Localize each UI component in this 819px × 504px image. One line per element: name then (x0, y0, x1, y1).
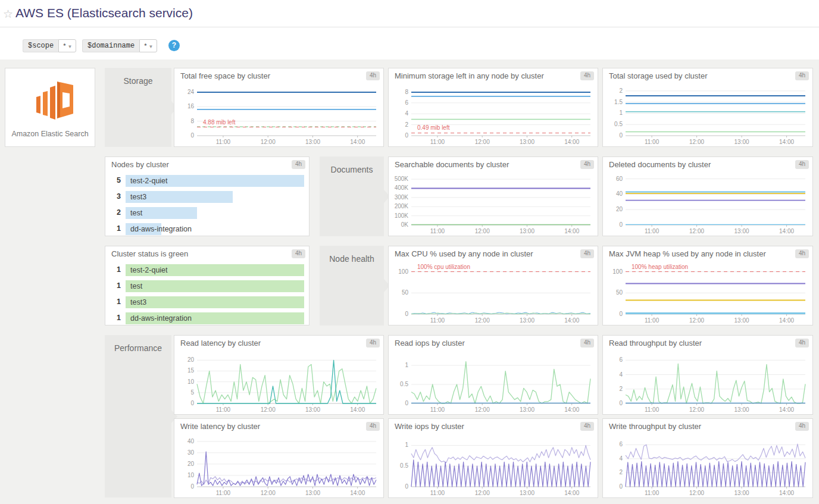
widget-amazon-elasticsearch-logo[interactable]: Amazon Elastic Search (5, 68, 95, 147)
x-axis-tick-label: 11:00 (216, 139, 231, 145)
x-axis-tick-label: 13:00 (305, 406, 320, 413)
y-axis-tick-label: 0 (619, 221, 623, 228)
y-axis-tick-label: 4 (619, 371, 623, 378)
x-axis-tick-label: 12:00 (475, 490, 490, 496)
widget-deleted-documents[interactable]: Deleted documents by cluster4h 020406011… (602, 156, 813, 236)
toplist-bar (126, 280, 304, 292)
chevron-down-icon: ▼ (68, 44, 73, 49)
threshold-marker-label: 100% heap utilization (632, 264, 688, 270)
x-axis-tick-label: 11:00 (645, 139, 659, 145)
y-axis-tick-label: 6 (619, 441, 623, 447)
series-line (411, 445, 590, 462)
chart-plot-area: 024611:0012:0013:0014:00 (603, 434, 812, 497)
toplist-rows: 5test-2-quiet3test32test1dd-aws-integrat… (111, 175, 304, 233)
group-label-text: Performance (105, 343, 171, 353)
widget-write-throughput[interactable]: Write throughput by cluster4h 024611:001… (602, 418, 813, 498)
chart-plot-area: 0510152011:0012:0013:0014:00 (174, 351, 383, 414)
toplist-bar-track: dd-aws-integration (126, 312, 304, 324)
widget-total-free-space[interactable]: Total free space by cluster4h 08162411:0… (174, 68, 384, 147)
timeframe-badge: 4h (366, 71, 380, 80)
widget-max-jvm-heap[interactable]: Max JVM heap % used by any node in clust… (602, 246, 813, 325)
widget-cluster-status-green[interactable]: Cluster status is green4h 1test-2-quiet1… (105, 246, 310, 325)
y-axis-tick-label: 40 (187, 438, 195, 444)
toplist-row: 2test (111, 207, 304, 219)
x-axis-tick-label: 11:00 (645, 490, 659, 496)
x-axis-tick-label: 14:00 (564, 406, 579, 413)
help-icon[interactable]: ? (168, 40, 180, 51)
y-axis-tick-label: 0 (405, 400, 408, 406)
y-axis-tick-label: 2 (619, 386, 623, 392)
y-axis-tick-label: 6 (405, 99, 408, 106)
y-axis-tick-label: 16 (187, 103, 195, 109)
timeframe-badge: 4h (795, 422, 809, 431)
widget-max-cpu[interactable]: Max CPU % used by any node in cluster4h … (388, 246, 598, 325)
toplist-bar-track: test-2-quiet (126, 264, 304, 276)
widget-title: Cluster status is green4h (105, 246, 309, 262)
y-axis-tick-label: 0 (405, 132, 408, 139)
y-axis-tick-label: 1.5 (614, 99, 623, 105)
widget-read-iops[interactable]: Read iops by cluster4h 00.5111:0012:0013… (388, 335, 598, 415)
toplist-value: 1 (111, 281, 121, 290)
widget-title: Max CPU % used by any node in cluster4h (389, 246, 598, 262)
widget-total-storage-used[interactable]: Total storage used by cluster4h 00.511.5… (602, 68, 813, 147)
y-axis-tick-label: 50 (616, 289, 623, 296)
series-line (411, 362, 590, 403)
favorite-star-icon[interactable]: ☆ (3, 7, 13, 21)
y-axis-tick-label: 0 (190, 400, 194, 406)
y-axis-tick-label: 50 (402, 289, 409, 296)
y-axis-tick-label: 10 (187, 378, 195, 385)
toplist-row: 3test3 (111, 191, 304, 203)
timeframe-badge: 4h (795, 71, 809, 80)
y-axis-tick-label: 0 (619, 311, 623, 317)
toplist-label: test (130, 282, 142, 290)
toplist-bar-track: dd-aws-integration (126, 223, 304, 235)
y-axis-tick-label: 0 (405, 483, 408, 490)
widget-minimum-storage-left[interactable]: Minimum storage left in any node by clus… (388, 68, 598, 147)
variable-name-label: $scope (23, 39, 58, 52)
x-axis-tick-label: 13:00 (734, 228, 749, 234)
dashboard-header: ☆ AWS ES (Elasticsearch service) (0, 0, 819, 27)
toplist-row: 1dd-aws-integration (111, 312, 304, 324)
timeframe-badge: 4h (292, 160, 305, 169)
x-axis-tick-label: 12:00 (689, 228, 704, 234)
widget-title: Write throughput by cluster4h (603, 419, 812, 434)
y-axis-tick-label: 2 (405, 121, 408, 128)
x-axis-tick-label: 13:00 (520, 406, 534, 413)
x-axis-tick-label: 13:00 (305, 490, 320, 496)
toplist-bar-track: test-2-quiet (126, 175, 304, 187)
threshold-marker-label: 0.49 mib left (417, 124, 450, 131)
y-axis-tick-label: 2 (619, 87, 623, 94)
chart-plot-area: 0246811:0012:0013:0014:000.49 mib left (389, 84, 598, 146)
widget-read-latency[interactable]: Read latency by cluster4h 0510152011:001… (174, 335, 384, 415)
variable-scope-dropdown[interactable]: *▼ (58, 39, 76, 52)
variable-domainname-dropdown[interactable]: *▼ (139, 39, 157, 52)
widget-nodes-by-cluster[interactable]: Nodes by cluster4h 5test-2-quiet3test32t… (105, 156, 310, 236)
x-axis-tick-label: 13:00 (520, 317, 534, 324)
toplist-bar-track: test (126, 280, 304, 292)
x-axis-tick-label: 12:00 (475, 406, 490, 413)
toplist-label: test (130, 209, 142, 217)
x-axis-tick-label: 11:00 (645, 317, 659, 324)
x-axis-tick-label: 14:00 (564, 317, 579, 324)
timeframe-badge: 4h (366, 339, 380, 348)
widget-read-throughput[interactable]: Read throughput by cluster4h 024611:0012… (602, 335, 813, 415)
x-axis-tick-label: 12:00 (475, 228, 490, 234)
y-axis-tick-label: 0K (401, 221, 409, 228)
y-axis-tick-label: 0.5 (400, 462, 408, 469)
widget-write-latency[interactable]: Write latency by cluster4h 01020304011:0… (174, 418, 384, 498)
group-label-text: Node health (320, 254, 384, 264)
template-variable-domainname: $domainname *▼ (82, 39, 157, 52)
chart-plot-area: 01020304011:0012:0013:0014:00 (174, 434, 383, 497)
y-axis-tick-label: 400K (395, 184, 409, 191)
x-axis-tick-label: 13:00 (520, 490, 534, 496)
y-axis-tick-label: 40 (616, 190, 623, 197)
toplist-value: 1 (111, 224, 121, 233)
widget-title: Total storage used by cluster4h (603, 68, 812, 84)
widget-write-iops[interactable]: Write iops by cluster4h 00.5111:0012:001… (388, 418, 598, 498)
widget-title: Max JVM heap % used by any node in clust… (603, 246, 812, 262)
x-axis-tick-label: 14:00 (350, 490, 365, 496)
x-axis-tick-label: 13:00 (734, 139, 749, 145)
widget-searchable-documents[interactable]: Searchable documents by cluster4h 0K100K… (388, 156, 598, 236)
x-axis-tick-label: 12:00 (475, 317, 490, 324)
y-axis-tick-label: 60 (616, 176, 623, 182)
